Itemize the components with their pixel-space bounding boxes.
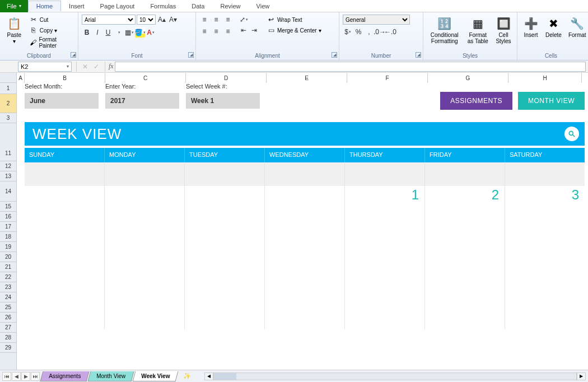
sheet-nav-prev[interactable]: ◀ bbox=[12, 372, 21, 381]
scroll-thumb[interactable] bbox=[214, 373, 236, 380]
horizontal-scrollbar[interactable]: ◀ ▶ bbox=[204, 372, 586, 380]
row-header-12[interactable]: 12 bbox=[0, 161, 16, 171]
col-thu[interactable] bbox=[345, 206, 425, 329]
tab-view[interactable]: View bbox=[249, 1, 278, 11]
tab-home[interactable]: Home bbox=[28, 1, 61, 11]
date-cell-6[interactable]: 3 bbox=[505, 186, 585, 206]
col-header-f[interactable]: F bbox=[347, 73, 428, 83]
date-cell-2[interactable] bbox=[185, 186, 265, 206]
col-sun[interactable] bbox=[25, 206, 105, 329]
date-cell-4[interactable]: 1 bbox=[345, 186, 425, 206]
enter-formula-button[interactable]: ✓ bbox=[91, 62, 101, 72]
italic-button[interactable]: I bbox=[92, 27, 102, 38]
col-header-h[interactable]: H bbox=[508, 73, 582, 83]
row-header-15[interactable]: 15 bbox=[0, 202, 16, 212]
col-header-b[interactable]: B bbox=[25, 73, 105, 83]
clipboard-dialog-launcher[interactable]: ◢ bbox=[71, 52, 76, 58]
sheet-nav-first[interactable]: ⏮ bbox=[2, 372, 11, 381]
formula-input[interactable] bbox=[115, 62, 586, 72]
row-header-3[interactable]: 3 bbox=[0, 113, 16, 123]
font-name-select[interactable]: Arial bbox=[82, 15, 136, 25]
row-header-18[interactable]: 18 bbox=[0, 232, 16, 242]
col-fri[interactable] bbox=[425, 206, 505, 329]
percent-format-button[interactable]: % bbox=[353, 27, 363, 37]
wrap-text-button[interactable]: ↩Wrap Text bbox=[265, 15, 323, 25]
number-dialog-launcher[interactable]: ◢ bbox=[416, 52, 421, 58]
format-cells-button[interactable]: 🔧Format bbox=[566, 15, 588, 39]
sheet-tab-assignments[interactable]: Assignments bbox=[40, 371, 90, 381]
tab-page-layout[interactable]: Page Layout bbox=[92, 1, 143, 11]
search-icon[interactable] bbox=[564, 127, 579, 141]
sheet-tab-week-view[interactable]: Week View bbox=[133, 371, 179, 381]
border-button[interactable]: ▦ bbox=[124, 27, 134, 38]
assignments-button[interactable]: ASSIGNMENTS bbox=[440, 92, 512, 110]
align-right-button[interactable]: ≡ bbox=[223, 26, 233, 36]
row-header-22[interactable]: 22 bbox=[0, 272, 16, 282]
row-header-25[interactable]: 25 bbox=[0, 302, 16, 313]
scroll-track[interactable] bbox=[213, 372, 577, 380]
row-header-29[interactable]: 29 bbox=[0, 343, 16, 353]
row-header-11[interactable]: 11 bbox=[0, 146, 16, 161]
select-all-corner[interactable] bbox=[0, 73, 17, 83]
tab-insert[interactable]: Insert bbox=[61, 1, 92, 11]
row-header-2[interactable]: 2 bbox=[0, 94, 16, 113]
number-format-select[interactable]: General bbox=[343, 15, 410, 25]
bold-button[interactable]: B bbox=[82, 27, 92, 38]
fill-color-button[interactable]: 🪣 bbox=[135, 27, 145, 38]
col-sat[interactable] bbox=[505, 206, 585, 329]
tab-data[interactable]: Data bbox=[184, 1, 212, 11]
fx-label[interactable]: fx bbox=[109, 62, 114, 71]
new-sheet-button[interactable]: ✨ bbox=[181, 372, 193, 381]
col-wed[interactable] bbox=[265, 206, 345, 329]
row-header-17[interactable]: 17 bbox=[0, 222, 16, 232]
row-header-16[interactable]: 16 bbox=[0, 212, 16, 222]
row-header-26[interactable]: 26 bbox=[0, 313, 16, 323]
date-cell-5[interactable]: 2 bbox=[425, 186, 505, 206]
sheet-tab-month-view[interactable]: Month View bbox=[88, 371, 134, 381]
decrease-font-button[interactable]: A▾ bbox=[168, 15, 178, 25]
row-header-13[interactable]: 13 bbox=[0, 171, 16, 181]
col-header-c[interactable]: C bbox=[105, 73, 186, 83]
orientation-button[interactable]: ⤢ bbox=[239, 15, 249, 25]
paste-button[interactable]: 📋 Paste ▾ bbox=[3, 15, 25, 45]
row-header-28[interactable]: 28 bbox=[0, 333, 16, 343]
scroll-right-button[interactable]: ▶ bbox=[577, 372, 586, 380]
format-painter-button[interactable]: 🖌Format Painter bbox=[27, 36, 74, 49]
sheet-nav-next[interactable]: ▶ bbox=[21, 372, 30, 381]
tab-formulas[interactable]: Formulas bbox=[142, 1, 184, 11]
col-header-g[interactable]: G bbox=[428, 73, 508, 83]
align-middle-button[interactable]: ≡ bbox=[211, 15, 221, 25]
font-dialog-launcher[interactable]: ◢ bbox=[188, 52, 194, 58]
year-selector[interactable]: 2017 bbox=[105, 93, 179, 109]
col-mon[interactable] bbox=[105, 206, 185, 329]
col-tue[interactable] bbox=[185, 206, 265, 329]
align-left-button[interactable]: ≡ bbox=[199, 26, 209, 36]
cell-styles-button[interactable]: 🔲Cell Styles bbox=[493, 15, 514, 45]
copy-button[interactable]: ⎘Copy ▾ bbox=[27, 25, 74, 35]
file-tab[interactable]: File bbox=[0, 0, 28, 12]
alignment-dialog-launcher[interactable]: ◢ bbox=[332, 52, 337, 58]
underline-dropdown[interactable] bbox=[114, 27, 124, 38]
row-header-23[interactable]: 23 bbox=[0, 282, 16, 292]
week-selector[interactable]: Week 1 bbox=[186, 93, 260, 109]
sheet-nav-last[interactable]: ⏭ bbox=[31, 372, 40, 381]
date-cell-1[interactable] bbox=[105, 186, 185, 206]
underline-button[interactable]: U bbox=[103, 27, 113, 38]
conditional-formatting-button[interactable]: 🔢Conditional Formatting bbox=[427, 15, 463, 45]
row-header-1[interactable]: 1 bbox=[0, 83, 16, 94]
format-as-table-button[interactable]: ▦Format as Table bbox=[465, 15, 491, 45]
row-header-19[interactable]: 19 bbox=[0, 242, 16, 252]
tab-review[interactable]: Review bbox=[212, 1, 248, 11]
font-size-select[interactable]: 10 bbox=[137, 15, 156, 25]
increase-font-button[interactable]: A▴ bbox=[157, 15, 167, 25]
month-view-button[interactable]: MONTH VIEW bbox=[518, 92, 585, 110]
delete-cells-button[interactable]: ✖Delete bbox=[543, 15, 564, 39]
row-header-27[interactable]: 27 bbox=[0, 323, 16, 333]
accounting-format-button[interactable]: $ bbox=[343, 27, 353, 37]
align-center-button[interactable]: ≡ bbox=[211, 26, 221, 36]
cancel-formula-button[interactable]: ✕ bbox=[80, 62, 90, 72]
font-color-button[interactable]: A bbox=[146, 27, 156, 38]
row-header-24[interactable]: 24 bbox=[0, 292, 16, 302]
merge-center-button[interactable]: ▭Merge & Center ▾ bbox=[265, 25, 323, 35]
insert-cells-button[interactable]: ➕Insert bbox=[521, 15, 541, 39]
